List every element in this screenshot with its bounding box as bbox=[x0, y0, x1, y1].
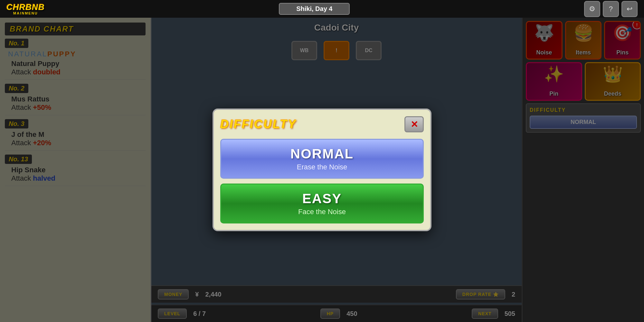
modal-title: DIFFICULTY bbox=[220, 118, 297, 131]
top-center: Shiki, Day 4 bbox=[279, 3, 350, 15]
logo: CHRBNB MAINMENU bbox=[6, 3, 45, 15]
top-icons: ⚙ ? ↩ bbox=[584, 1, 638, 17]
modal-close-button[interactable]: ✕ bbox=[404, 116, 424, 132]
modal-overlay: DIFFICULTY ✕ NORMAL Erase the Noise EASY… bbox=[0, 18, 644, 322]
easy-option-subtitle: Face the Noise bbox=[228, 208, 416, 216]
difficulty-modal: DIFFICULTY ✕ NORMAL Erase the Noise EASY… bbox=[213, 109, 431, 231]
top-bar: CHRBNB MAINMENU Shiki, Day 4 ⚙ ? ↩ bbox=[0, 0, 644, 18]
back-button[interactable]: ↩ bbox=[621, 1, 638, 17]
settings-button[interactable]: ⚙ bbox=[584, 1, 600, 17]
modal-title-bar: DIFFICULTY ✕ bbox=[220, 116, 424, 132]
logo-title: CHRBNB bbox=[6, 3, 45, 11]
easy-option-button[interactable]: EASY Face the Noise bbox=[220, 184, 424, 223]
normal-option-title: NORMAL bbox=[228, 146, 416, 162]
help-button[interactable]: ? bbox=[603, 1, 619, 17]
normal-option-subtitle: Erase the Noise bbox=[228, 163, 416, 171]
easy-option-title: EASY bbox=[228, 191, 416, 206]
normal-option-button[interactable]: NORMAL Erase the Noise bbox=[220, 139, 424, 179]
day-display: Shiki, Day 4 bbox=[279, 3, 350, 15]
